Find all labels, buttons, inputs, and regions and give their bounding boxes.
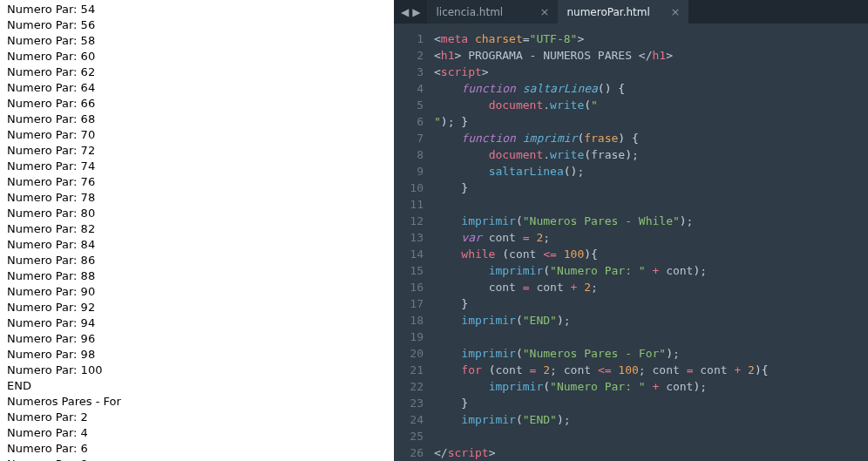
output-line: Numero Par: 100	[7, 363, 387, 378]
code-line[interactable]: function saltarLinea() {	[434, 80, 868, 97]
output-line: Numero Par: 74	[7, 159, 387, 174]
code-line[interactable]: document.write("");	[434, 97, 868, 113]
code-line[interactable]: </script>	[434, 444, 868, 461]
output-line: Numero Par: 84	[7, 237, 387, 253]
output-line: Numeros Pares - For	[7, 394, 387, 410]
code-line[interactable]: }	[434, 180, 868, 196]
code-line[interactable]: <meta charset="UTF-8">	[434, 31, 868, 47]
output-line: Numero Par: 68	[7, 112, 387, 127]
nav-right-icon[interactable]: ▶	[410, 6, 422, 18]
code-line[interactable]	[434, 428, 868, 444]
output-line: Numero Par: 90	[7, 284, 387, 300]
output-line: END	[7, 378, 387, 394]
output-line: Numero Par: 92	[7, 300, 387, 315]
code-line[interactable]: }	[434, 113, 868, 130]
tab-nav: ◀ ▶	[394, 0, 427, 24]
output-line: Numero Par: 62	[7, 64, 387, 80]
code-line[interactable]: imprimir("Numeros Pares - While");	[434, 213, 868, 229]
code-area[interactable]: <meta charset="UTF-8"><h1> PROGRAMA - NU…	[434, 31, 868, 461]
output-line: Numero Par: 78	[7, 190, 387, 206]
tab-licencia[interactable]: licencia.html ×	[427, 0, 558, 24]
output-line: Numero Par: 80	[7, 206, 387, 221]
output-line: Numero Par: 70	[7, 127, 387, 143]
code-line[interactable]: while (cont <= 100){	[434, 246, 868, 262]
code-line[interactable]: }	[434, 395, 868, 411]
code-line[interactable]: }	[434, 295, 868, 312]
browser-output-pane: Numero Par: 54Numero Par: 56Numero Par: …	[0, 0, 394, 461]
code-line[interactable]: var cont = 2;	[434, 229, 868, 246]
code-line[interactable]: <h1> PROGRAMA - NUMEROS PARES </h1>	[434, 47, 868, 64]
output-line: Numero Par: 82	[7, 221, 387, 237]
output-line: Numero Par: 76	[7, 174, 387, 190]
output-line: Numero Par: 66	[7, 96, 387, 112]
tab-numeropar[interactable]: numeroPar.html ×	[558, 0, 688, 24]
output-line: Numero Par: 6	[7, 441, 387, 457]
output-line: Numero Par: 56	[7, 17, 387, 33]
nav-left-icon[interactable]: ◀	[399, 6, 410, 18]
tab-label: numeroPar.html	[566, 6, 649, 18]
code-editor[interactable]: 1234567891011121314151617181920212223242…	[394, 24, 868, 461]
output-line: Numero Par: 94	[7, 315, 387, 331]
output-line: Numero Par: 72	[7, 143, 387, 159]
code-line[interactable]: <script>	[434, 64, 868, 80]
code-line[interactable]: saltarLinea();	[434, 163, 868, 180]
code-line[interactable]: cont = cont + 2;	[434, 279, 868, 295]
tab-label: licencia.html	[436, 6, 503, 18]
output-line: Numero Par: 4	[7, 425, 387, 441]
output-line: Numero Par: 2	[7, 410, 387, 425]
code-line[interactable]	[434, 196, 868, 213]
output-line: Numero Par: 98	[7, 347, 387, 363]
editor-pane: ◀ ▶ licencia.html × numeroPar.html × 123…	[394, 0, 868, 461]
output-line: Numero Par: 54	[7, 2, 387, 17]
code-line[interactable]: imprimir("END");	[434, 411, 868, 428]
output-line: Numero Par: 58	[7, 33, 387, 49]
code-line[interactable]: function imprimir(frase) {	[434, 130, 868, 146]
code-line[interactable]	[434, 329, 868, 345]
close-icon[interactable]: ×	[671, 5, 681, 18]
tab-strip: ◀ ▶ licencia.html × numeroPar.html ×	[394, 0, 868, 24]
code-line[interactable]: for (cont = 2; cont <= 100; cont = cont …	[434, 362, 868, 378]
code-line[interactable]: imprimir("Numero Par: " + cont);	[434, 262, 868, 279]
output-line: Numero Par: 64	[7, 80, 387, 96]
code-line[interactable]: imprimir("END");	[434, 312, 868, 329]
output-line: Numero Par: 8	[7, 457, 387, 461]
close-icon[interactable]: ×	[540, 5, 550, 18]
output-line: Numero Par: 60	[7, 49, 387, 64]
output-line: Numero Par: 96	[7, 331, 387, 347]
output-line: Numero Par: 88	[7, 268, 387, 284]
code-line[interactable]: imprimir("Numeros Pares - For");	[434, 345, 868, 362]
code-line[interactable]: document.write(frase);	[434, 146, 868, 163]
code-line[interactable]: imprimir("Numero Par: " + cont);	[434, 378, 868, 395]
output-line: Numero Par: 86	[7, 253, 387, 268]
line-gutter: 1234567891011121314151617181920212223242…	[394, 31, 434, 461]
